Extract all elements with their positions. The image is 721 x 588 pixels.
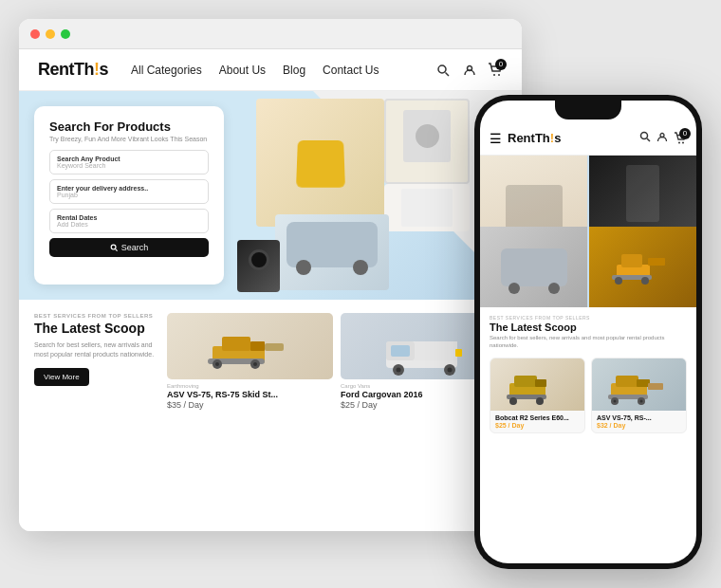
- svg-rect-19: [391, 345, 410, 357]
- nav-all-categories[interactable]: All Categories: [131, 64, 202, 77]
- browser-dot-yellow[interactable]: [46, 29, 55, 39]
- mobile-product-2-image: [592, 358, 686, 411]
- search-btn-icon: [110, 244, 118, 251]
- svg-point-35: [641, 277, 649, 285]
- svg-point-4: [498, 74, 500, 76]
- nav-blog[interactable]: Blog: [283, 64, 305, 77]
- mobile-hero-img-2: [589, 156, 696, 231]
- section-title: The Latest Scoop: [34, 321, 157, 337]
- search-icon[interactable]: [434, 62, 452, 79]
- mobile-logo-orange: !: [550, 131, 554, 145]
- wall-art-image: [384, 99, 470, 184]
- nav-icons: 0: [434, 62, 503, 79]
- section-tag: BEST SERVICES FROM TOP SELLERS: [34, 313, 157, 319]
- address-field[interactable]: Enter your delivery address.. Punjab: [49, 179, 209, 204]
- svg-rect-37: [514, 376, 537, 387]
- svg-point-3: [493, 74, 495, 76]
- dresser-image: [384, 184, 470, 231]
- svg-line-26: [647, 138, 650, 141]
- keyword-placeholder: Keyword Search: [57, 162, 201, 169]
- browser-bar: [19, 19, 522, 49]
- browser-dot-green[interactable]: [61, 29, 70, 39]
- search-title: Search For Products: [49, 119, 209, 134]
- mobile-product-card-1[interactable]: Bobcat R2 Series E60... $25 / Day: [490, 358, 585, 433]
- search-subtitle: Try Breezy, Fun And More Vibrant Looks T…: [49, 136, 209, 142]
- search-btn-label: Search: [121, 243, 149, 252]
- address-label: Enter your delivery address..: [57, 185, 201, 192]
- product-1-category: Earthmoving: [167, 383, 333, 389]
- camera-image: [237, 240, 280, 292]
- svg-line-6: [115, 249, 117, 251]
- mobile-cart-icon-wrapper[interactable]: 0: [674, 132, 687, 145]
- svg-rect-9: [250, 341, 265, 351]
- svg-rect-8: [222, 337, 250, 351]
- search-card: Search For Products Try Breezy, Fun And …: [34, 106, 224, 285]
- svg-point-29: [682, 141, 684, 143]
- hero-section: Search For Products Try Breezy, Fun And …: [19, 91, 522, 300]
- svg-rect-44: [637, 379, 650, 387]
- mobile-hero-rv: [480, 227, 587, 307]
- mobile-product-2-price: $32 / Day: [597, 422, 681, 429]
- chair-image: [256, 99, 384, 227]
- search-button[interactable]: Search: [49, 238, 209, 257]
- svg-point-25: [641, 133, 648, 139]
- address-value: Punjab: [57, 192, 201, 198]
- mobile-product-2-info: ASV VS-75, RS-... $32 / Day: [592, 411, 686, 432]
- product-1-price: $35 / Day: [167, 400, 333, 410]
- svg-point-0: [438, 65, 446, 73]
- svg-point-34: [615, 277, 622, 285]
- mobile-product-1-image: [490, 358, 584, 411]
- product-cards: Earthmoving ASV VS-75, RS-75 Skid St... …: [167, 313, 507, 410]
- mobile-phone: ☰ RentTh!s: [474, 95, 702, 569]
- mobile-section-tag: BEST SERVICES FROM TOP SELLERS: [490, 315, 687, 321]
- bulldozer-icon: [208, 322, 293, 379]
- svg-rect-18: [415, 341, 457, 360]
- product-card-1[interactable]: Earthmoving ASV VS-75, RS-75 Skid St... …: [167, 313, 333, 410]
- user-icon[interactable]: [461, 62, 478, 79]
- logo-orange: !: [94, 60, 100, 79]
- svg-rect-43: [616, 376, 638, 387]
- mobile-section-title: The Latest Scoop: [490, 322, 687, 333]
- mobile-user-icon[interactable]: [656, 131, 668, 145]
- svg-point-14: [253, 362, 257, 366]
- dates-label: Rental Dates: [57, 214, 201, 221]
- bottom-section: BEST SERVICES FROM TOP SELLERS The Lates…: [19, 300, 522, 531]
- mobile-search-icon[interactable]: [639, 131, 651, 145]
- mobile-nav-icons: 0: [639, 131, 687, 145]
- nav-links: All Categories About Us Blog Contact Us: [131, 64, 434, 77]
- svg-rect-32: [648, 258, 665, 266]
- mobile-cart-badge: 0: [679, 128, 691, 139]
- mobile-hero-bottom-row: [480, 227, 696, 307]
- desktop-browser: RentTh!s All Categories About Us Blog Co…: [19, 19, 522, 531]
- view-more-button[interactable]: View More: [34, 368, 89, 386]
- desktop-logo: RentTh!s: [38, 60, 108, 80]
- svg-point-41: [536, 397, 544, 405]
- mobile-product-1-price: $25 / Day: [495, 422, 580, 429]
- mobile-product-row: Bobcat R2 Series E60... $25 / Day: [490, 358, 687, 433]
- phone-notch: [555, 101, 621, 119]
- mobile-product-1-name: Bobcat R2 Series E60...: [495, 414, 580, 421]
- mobile-logo: RentTh!s: [508, 131, 639, 145]
- cart-icon-wrapper[interactable]: 0: [488, 63, 503, 78]
- keyword-field[interactable]: Search Any Product Keyword Search: [49, 150, 209, 175]
- cargo-van-icon: [381, 322, 467, 379]
- svg-point-48: [614, 399, 617, 402]
- svg-rect-24: [455, 349, 462, 357]
- browser-content: RentTh!s All Categories About Us Blog Co…: [19, 49, 522, 531]
- mobile-bottom: BEST SERVICES FROM TOP SELLERS The Lates…: [480, 307, 696, 441]
- dates-field[interactable]: Rental Dates Add Dates: [49, 209, 209, 233]
- svg-rect-50: [648, 383, 663, 390]
- browser-dot-red[interactable]: [30, 29, 40, 39]
- section-desc: Search for best sellers, new arrivals an…: [34, 340, 157, 359]
- nav-about-us[interactable]: About Us: [219, 64, 266, 77]
- svg-point-49: [640, 399, 643, 402]
- nav-contact-us[interactable]: Contact Us: [323, 64, 379, 77]
- mobile-section-desc: Search for best sellers, new arrivals an…: [490, 335, 687, 350]
- mobile-product-card-2[interactable]: ASV VS-75, RS-... $32 / Day: [591, 358, 687, 433]
- svg-rect-31: [621, 254, 642, 267]
- phone-screen: ☰ RentTh!s: [480, 101, 696, 563]
- svg-point-28: [678, 141, 680, 143]
- dates-placeholder: Add Dates: [57, 221, 201, 228]
- hamburger-icon[interactable]: ☰: [490, 131, 502, 146]
- product-1-name: ASV VS-75, RS-75 Skid St...: [167, 390, 333, 399]
